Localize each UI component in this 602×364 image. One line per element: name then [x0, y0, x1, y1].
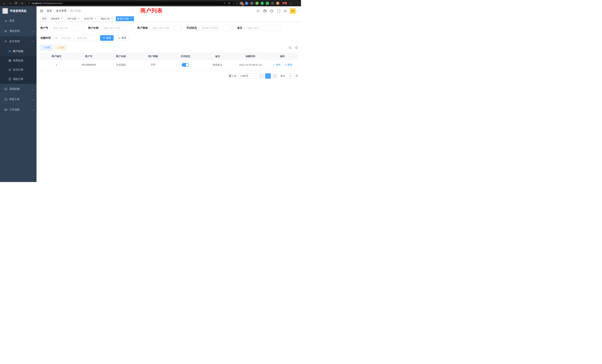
sidebar-item-system[interactable]: ⚙ 系统管理 [0, 26, 36, 36]
tab-home[interactable]: 首页 [40, 16, 48, 21]
sidebar-item-workflow[interactable]: 工作流程 [0, 105, 36, 115]
password-key-icon[interactable] [224, 2, 226, 4]
tab-pay-order[interactable]: 支付订单× [83, 16, 98, 21]
toggle-search-icon[interactable] [288, 46, 292, 49]
sidebar-item-label: 支付订单 [13, 68, 23, 72]
toolbox-icon [4, 108, 7, 111]
browser-home-button[interactable]: ⌂ [20, 1, 24, 6]
breadcrumb-payment[interactable]: 支付管理 [56, 9, 66, 13]
extensions-badge-icon[interactable]: 10 [240, 2, 243, 5]
sidebar-item-infrastructure[interactable]: 基础设施 [0, 84, 36, 94]
cell-remark: 我是备注 [202, 60, 234, 70]
close-icon[interactable]: × [61, 17, 63, 20]
status-toggle[interactable] [182, 63, 189, 67]
sidebar-item-merchant-info[interactable]: 商户信息 [0, 47, 36, 56]
edit-link[interactable]: 修改 [273, 63, 281, 66]
delete-link[interactable]: 删除 [284, 63, 292, 66]
sidebar-item-pay-order[interactable]: 支付订单 [0, 65, 36, 75]
refresh-icon [118, 37, 120, 39]
page-annotation: 商户列表 [140, 7, 162, 14]
browser-forward-button[interactable]: → [8, 1, 13, 6]
github-icon[interactable] [263, 9, 267, 13]
merchant-no-input[interactable] [50, 25, 84, 31]
page-size-select[interactable]: 10条/页 [238, 73, 257, 79]
search-button[interactable]: 搜索 [100, 35, 114, 41]
page-number-1[interactable]: 1 [265, 73, 271, 79]
sidebar-collapse-icon[interactable] [40, 9, 43, 13]
url-text[interactable]: localhost:1024/pay/merchant [32, 2, 222, 5]
dashboard-icon [4, 19, 7, 22]
sidebar-item-label: 首页 [9, 19, 14, 22]
export-button[interactable]: 导出 [54, 45, 67, 50]
browser-profile-avatar[interactable] [276, 2, 279, 5]
status-select[interactable]: 请选择开启状态 [199, 25, 233, 31]
cell-full-name: 芋道源码 [105, 60, 137, 70]
sidebar-item-app-info[interactable]: 应用信息 [0, 56, 36, 65]
remark-input[interactable] [245, 25, 280, 31]
close-icon[interactable]: × [94, 17, 97, 20]
fullscreen-icon[interactable] [277, 9, 280, 13]
active-dot [118, 18, 119, 20]
navbar-actions: ? TT [256, 8, 298, 14]
trash-icon [284, 64, 287, 66]
extension-icon-green-check[interactable]: ✓ [261, 2, 264, 5]
close-icon[interactable]: × [77, 17, 80, 20]
sidebar-item-refund-order[interactable]: 退款订单 [0, 75, 36, 84]
chevron-down-icon [32, 99, 34, 101]
sidebar-item-home[interactable]: 首页 [0, 16, 36, 26]
tab-refund-order[interactable]: 退款订单× [99, 16, 115, 21]
close-icon[interactable]: × [111, 17, 113, 20]
url-bar[interactable]: localhost:1024/pay/merchant ☆ [26, 1, 237, 6]
browser-toolbar: ← → ⌂ localhost:1024/pay/merchant ☆ 10 ✓… [0, 0, 301, 6]
font-size-icon[interactable]: TT [284, 10, 287, 13]
breadcrumb-current: 商户信息 [70, 9, 81, 13]
breadcrumb-home[interactable]: 首页 [47, 9, 52, 13]
tab-process-form[interactable]: 流程表单× [49, 16, 65, 21]
extension-icon-green-avatar[interactable] [255, 2, 258, 5]
browser-back-button[interactable]: ← [2, 1, 7, 6]
edit-pencil-icon [273, 64, 275, 66]
next-page-button[interactable] [272, 73, 278, 79]
start-date-input[interactable] [59, 37, 72, 40]
remark-label: 备注 [237, 26, 242, 30]
col-merchant-id: 商户编号 [40, 53, 73, 60]
full-name-input[interactable] [101, 25, 133, 31]
extension-icon-gray[interactable] [250, 2, 253, 5]
share-icon[interactable] [228, 2, 231, 4]
sidebar-item-label: 研发工具 [9, 98, 20, 101]
bookmark-star-icon[interactable]: ☆ [232, 2, 235, 5]
extension-icon-dark[interactable] [271, 2, 274, 5]
browser-refresh-button[interactable] [14, 1, 19, 6]
refresh-table-icon[interactable] [295, 46, 298, 49]
tab-user-group[interactable]: 用户分组× [66, 16, 82, 21]
user-avatar [290, 8, 296, 14]
help-icon[interactable]: ? [270, 9, 274, 13]
page-info-icon[interactable] [28, 2, 30, 4]
top-navbar: 首页 / 支付管理 / 商户信息 商户列表 ? T [36, 6, 301, 16]
col-full-name: 商户全称 [105, 53, 137, 60]
chrome-update-button[interactable]: 更新 [282, 1, 287, 5]
short-name-input[interactable] [150, 25, 182, 31]
close-icon[interactable]: × [130, 17, 132, 20]
date-range-picker[interactable]: - [53, 35, 98, 41]
sidebar-item-payment[interactable]: ¥ 支付管理 [0, 36, 36, 47]
goto-page-input[interactable] [286, 73, 294, 79]
col-actions: 操作 [267, 53, 298, 60]
table-toolbar: + 新增 导出 [40, 45, 298, 50]
record-icon [8, 68, 11, 72]
add-button[interactable]: + 新增 [40, 45, 52, 50]
end-date-input[interactable] [75, 37, 89, 40]
search-icon[interactable] [256, 9, 260, 13]
browser-menu-icon[interactable]: ⋮ [289, 1, 292, 5]
chevron-down-icon [32, 88, 34, 90]
user-menu[interactable] [290, 8, 298, 14]
extension-icon-blue[interactable] [245, 2, 248, 5]
tab-merchant-info[interactable]: 商户信息× [116, 16, 134, 21]
sidebar-item-dev-tools[interactable]: 研发工具 [0, 94, 36, 105]
col-merchant-no: 商户号 [73, 53, 105, 60]
prev-page-button[interactable] [258, 73, 264, 79]
grid-icon [8, 59, 11, 62]
reset-button[interactable]: 重置 [116, 35, 129, 41]
extension-icon-green-square[interactable] [266, 2, 269, 5]
app-logo[interactable]: 芋道管理系统 [0, 6, 36, 16]
